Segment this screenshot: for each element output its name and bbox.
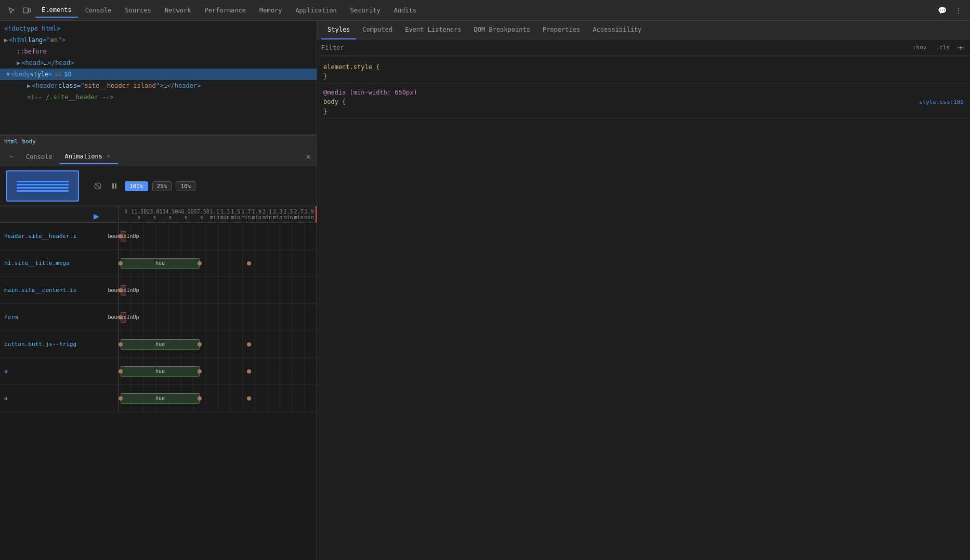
head-tag: <head> bbox=[21, 58, 44, 68]
anim-row-label: main.site__content.is bbox=[0, 277, 119, 303]
more-drawers-icon[interactable]: ⋯ bbox=[4, 150, 19, 164]
keyframe-dot bbox=[247, 396, 251, 401]
anim-row[interactable]: button.butt.js--trigghue bbox=[0, 331, 317, 358]
anim-bar: hue bbox=[121, 393, 200, 404]
anim-row-label: a bbox=[0, 358, 119, 384]
tab-application[interactable]: Application bbox=[289, 3, 343, 18]
html-line[interactable]: ▶ <html lang =" en "> bbox=[0, 34, 317, 46]
filter-input[interactable] bbox=[348, 44, 905, 51]
speed-10[interactable]: 10% bbox=[176, 181, 195, 191]
body-line[interactable]: ▼ <body style > == $0 bbox=[0, 69, 317, 80]
tab-properties[interactable]: Properties bbox=[536, 21, 586, 39]
tab-console-bottom[interactable]: Console bbox=[21, 150, 58, 164]
anim-controls: 100% 25% 10% bbox=[0, 166, 317, 206]
element-style-close: } bbox=[323, 72, 964, 81]
cls-btn[interactable]: .cls bbox=[933, 43, 954, 52]
comment-text: <!-- /.site__header --> bbox=[27, 92, 113, 102]
media-query-line: @media (min-width: 650px) bbox=[323, 88, 964, 97]
style-link[interactable]: style.css:180 bbox=[919, 98, 964, 107]
tab-network[interactable]: Network bbox=[159, 3, 198, 18]
preview-line-2 bbox=[17, 184, 69, 185]
close-brace: } bbox=[323, 73, 327, 80]
anim-row[interactable]: h1.site__title.megahue bbox=[0, 250, 317, 277]
head-arrow[interactable]: ▶ bbox=[17, 58, 20, 68]
playhead-icon[interactable]: ▶ bbox=[94, 210, 99, 221]
anim-row[interactable]: main.site__content.isbounceInUp bbox=[0, 277, 317, 304]
tab-sources[interactable]: Sources bbox=[119, 3, 158, 18]
elements-panel: <!doctype html> ▶ <html lang =" en "> ::… bbox=[0, 21, 317, 135]
anim-bar: hue bbox=[121, 339, 200, 350]
tab-styles[interactable]: Styles bbox=[321, 21, 356, 39]
doctype-line: <!doctype html> bbox=[0, 23, 317, 34]
ruler-marks: 011.50 s23.00 s34.50 s46.00 s57.50 s1.1 … bbox=[121, 209, 314, 220]
lang-attr: lang bbox=[28, 35, 43, 45]
tab-memory[interactable]: Memory bbox=[253, 3, 288, 18]
header-line[interactable]: ▶ <header class =" site__header island "… bbox=[0, 80, 317, 91]
ruler-mark: 1.5 min bbox=[230, 209, 241, 220]
panel-close-btn[interactable]: × bbox=[304, 153, 312, 161]
anim-bar: hue bbox=[121, 366, 200, 377]
feedback-icon[interactable]: 💬 bbox=[935, 3, 949, 18]
body-arrow[interactable]: ▼ bbox=[6, 69, 10, 79]
equals: =" bbox=[43, 35, 50, 45]
tab-audits[interactable]: Audits bbox=[388, 3, 423, 18]
class-value: site__header island bbox=[84, 81, 155, 91]
head-ellipsis: … bbox=[44, 58, 48, 68]
anim-rows: header.site__header.ibounceInUph1.site__… bbox=[0, 223, 317, 560]
anim-row[interactable]: ahue bbox=[0, 358, 317, 385]
anim-row-track: hue bbox=[119, 331, 317, 357]
body-selector: body { bbox=[323, 97, 346, 106]
pause-btn[interactable] bbox=[108, 180, 121, 192]
breadcrumb-html[interactable]: html bbox=[4, 138, 18, 145]
keyframe-dot bbox=[198, 261, 202, 265]
anim-row[interactable]: header.site__header.ibounceInUp bbox=[0, 223, 317, 250]
speed-25[interactable]: 25% bbox=[152, 181, 172, 191]
anim-row[interactable]: formbounceInUp bbox=[0, 304, 317, 331]
add-style-btn[interactable]: + bbox=[955, 43, 966, 53]
breadcrumb-body[interactable]: body bbox=[22, 138, 36, 145]
media-query-text: @media (min-width: 650px) bbox=[323, 89, 417, 96]
selector-text: element.style { bbox=[323, 63, 379, 71]
device-icon[interactable] bbox=[20, 3, 34, 18]
stop-btn[interactable] bbox=[91, 180, 104, 192]
anim-row-label: a bbox=[0, 385, 119, 411]
tab-animations[interactable]: Animations × bbox=[60, 150, 118, 164]
tab-console[interactable]: Console bbox=[79, 3, 118, 18]
ruler-mark: 34.50 s bbox=[162, 209, 178, 220]
svg-rect-1 bbox=[29, 9, 31, 12]
ruler-mark: 1.9 min bbox=[252, 209, 262, 220]
anim-row-label: h1.site__title.mega bbox=[0, 250, 119, 276]
tab-computed[interactable]: Computed bbox=[356, 21, 399, 39]
tab-performance[interactable]: Performance bbox=[199, 3, 252, 18]
expand-arrow[interactable]: ▶ bbox=[4, 35, 8, 45]
head-line[interactable]: ▶ <head> … </head> bbox=[0, 57, 317, 69]
tab-security[interactable]: Security bbox=[344, 3, 387, 18]
body-close-brace: } bbox=[323, 108, 327, 115]
tab-elements[interactable]: Elements bbox=[35, 3, 78, 18]
ruler-mark: 2.3 min bbox=[272, 209, 283, 220]
element-style-block: element.style { } bbox=[317, 60, 970, 84]
elements-content: <!doctype html> ▶ <html lang =" en "> ::… bbox=[0, 21, 317, 105]
filter-label: Filter bbox=[321, 44, 344, 51]
body-tag: <body bbox=[11, 69, 30, 79]
ruler-mark: 2.7 min bbox=[294, 209, 304, 220]
ruler-mark: 1.1 min bbox=[209, 209, 220, 220]
anim-row[interactable]: ahue bbox=[0, 385, 317, 412]
hov-btn[interactable]: :hov bbox=[909, 43, 930, 52]
tab-dom-breakpoints[interactable]: DOM Breakpoints bbox=[468, 21, 536, 39]
keyframe-dot bbox=[247, 369, 251, 374]
timeline-header: ▶ 011.50 s23.00 s34.50 s46.00 s57.50 s1.… bbox=[0, 206, 317, 223]
ruler-mark: 1.3 min bbox=[220, 209, 230, 220]
speed-100[interactable]: 100% bbox=[125, 181, 148, 191]
tab-event-listeners[interactable]: Event Listeners bbox=[399, 21, 467, 39]
html-open-tag: <html bbox=[9, 35, 28, 45]
anim-row-track: bounceInUp bbox=[119, 304, 317, 330]
ruler-mark: 2.1 min bbox=[262, 209, 272, 220]
more-menu-icon[interactable]: ⋮ bbox=[951, 3, 966, 18]
tab-accessibility[interactable]: Accessibility bbox=[586, 21, 648, 39]
animation-preview bbox=[6, 170, 79, 202]
header-arrow[interactable]: ▶ bbox=[27, 81, 31, 91]
keyframe-dot bbox=[119, 234, 123, 238]
animations-close[interactable]: × bbox=[104, 152, 113, 161]
cursor-icon[interactable] bbox=[4, 3, 19, 18]
